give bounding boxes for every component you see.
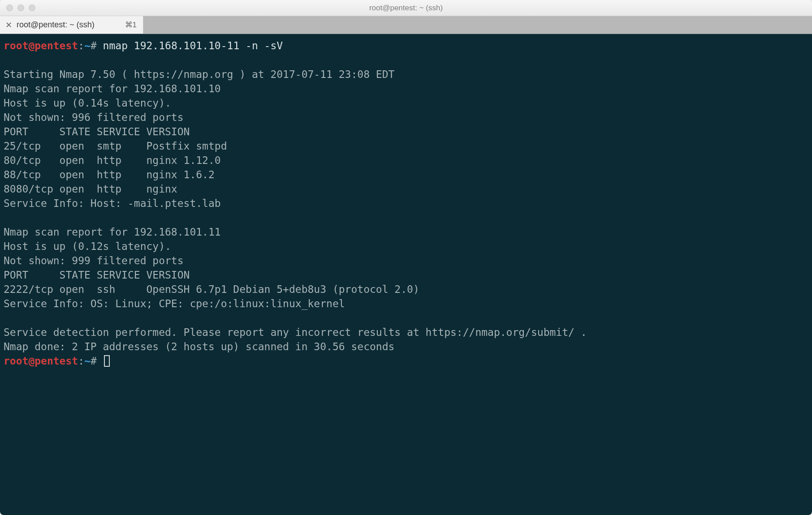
output-line: 88/tcp open http nginx 1.6.2 — [4, 169, 215, 180]
output-line: 25/tcp open smtp Postfix smtpd — [4, 140, 227, 152]
tabbar: ✕ root@pentest: ~ (ssh) ⌘1 — [0, 16, 812, 34]
output-line: Nmap scan report for 192.168.101.10 — [4, 83, 221, 94]
traffic-lights — [0, 4, 35, 11]
prompt-colon: : — [78, 355, 84, 367]
prompt-user-host: root@pentest — [4, 40, 78, 52]
output-line: Service Info: Host: -mail.ptest.lab — [4, 197, 221, 209]
tab-shortcut: ⌘1 — [125, 20, 137, 30]
prompt-user-host: root@pentest — [4, 355, 78, 367]
output-line: 8080/tcp open http nginx — [4, 183, 177, 195]
output-line: 80/tcp open http nginx 1.12.0 — [4, 154, 221, 166]
output-line: Host is up (0.14s latency). — [4, 97, 171, 109]
window-title: root@pentest: ~ (ssh) — [0, 4, 812, 13]
output-line: Service Info: OS: Linux; CPE: cpe:/o:lin… — [4, 298, 345, 309]
output-line: Starting Nmap 7.50 ( https://nmap.org ) … — [4, 69, 394, 80]
output-line: PORT STATE SERVICE VERSION — [4, 269, 190, 281]
prompt-path: ~ — [84, 40, 91, 52]
prompt-hash: # — [91, 355, 103, 367]
tab-label: root@pentest: ~ (ssh) — [17, 20, 95, 30]
output-line: Nmap scan report for 192.168.101.11 — [4, 226, 221, 238]
zoom-window-button[interactable] — [29, 4, 35, 11]
cursor — [104, 355, 110, 367]
titlebar[interactable]: root@pentest: ~ (ssh) — [0, 0, 812, 16]
output-line: Host is up (0.12s latency). — [4, 240, 171, 252]
output-line: Not shown: 996 filtered ports — [4, 112, 184, 123]
terminal-body[interactable]: root@pentest:~# nmap 192.168.101.10-11 -… — [0, 34, 812, 515]
output-line: Not shown: 999 filtered ports — [4, 255, 184, 266]
output-line: Nmap done: 2 IP addresses (2 hosts up) s… — [4, 341, 394, 352]
command-text: nmap 192.168.101.10-11 -n -sV — [103, 40, 283, 52]
output-line: PORT STATE SERVICE VERSION — [4, 126, 190, 137]
output-line: Service detection performed. Please repo… — [4, 326, 587, 338]
prompt-path: ~ — [84, 355, 91, 367]
close-window-button[interactable] — [6, 4, 13, 11]
tab-ssh-session[interactable]: ✕ root@pentest: ~ (ssh) ⌘1 — [0, 16, 143, 34]
terminal-window: root@pentest: ~ (ssh) ✕ root@pentest: ~ … — [0, 0, 812, 515]
minimize-window-button[interactable] — [17, 4, 24, 11]
output-line: 2222/tcp open ssh OpenSSH 6.7p1 Debian 5… — [4, 283, 419, 295]
close-tab-icon[interactable]: ✕ — [5, 21, 12, 29]
prompt-hash: # — [91, 40, 103, 52]
prompt-colon: : — [78, 40, 84, 52]
